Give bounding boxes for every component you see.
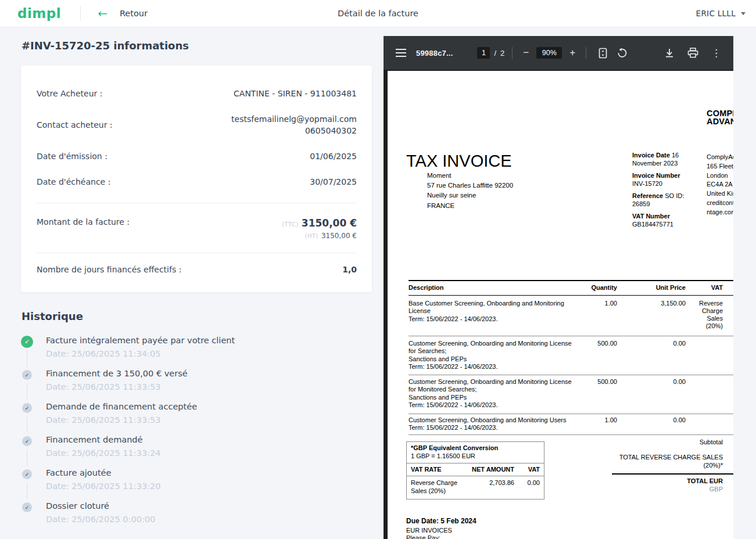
back-arrow-icon: ←: [98, 8, 108, 19]
row-divider: [409, 434, 733, 435]
description-line: Sanctions and PEPs: [409, 394, 600, 401]
history-title: Facture intégralement payée par votre cl…: [46, 335, 372, 346]
history-timeline: ✓ Facture intégralement payée par votre …: [21, 335, 372, 534]
vat-line: Reverse: [697, 300, 723, 307]
meta-value: GB184475771: [632, 221, 673, 228]
history-title: Financement demandé: [46, 434, 372, 445]
footer-line: EUR INVOICES: [406, 527, 476, 534]
vat-line: Sales: [697, 315, 723, 322]
gbp-conversion-box: *GBP Equivalent Conversion 1 GBP = 1.165…: [406, 441, 544, 500]
field-row-buyer: Votre Acheteur : CANTINE - SIREN - 91100…: [37, 88, 357, 99]
more-options-icon[interactable]: ⋮: [711, 47, 721, 59]
check-circle-icon: ✓: [22, 469, 32, 479]
pdf-page: COMPLY ADVANTAGE TAX INVOICE Moment 57 r…: [388, 71, 733, 539]
check-circle-icon: ✓: [21, 336, 33, 348]
column-header-unit-price: Unit Price: [629, 284, 686, 291]
history-date: Date: 25/06/2025 11:33:24: [46, 448, 372, 459]
history-date: Date: 25/06/2025 11:34:05: [46, 348, 372, 360]
pdf-filename: 59988c7...: [416, 49, 453, 58]
zoom-in-button[interactable]: +: [567, 47, 578, 59]
history-date: Date: 25/06/2025 11:33:53: [46, 382, 372, 393]
financed-days-row: Nombre de jours financés effectifs : 1,0: [37, 265, 357, 274]
invoice-meta: Invoice Date 16 November 2023 Invoice Nu…: [632, 152, 689, 233]
table-border: [409, 295, 733, 296]
check-circle-icon: ✓: [22, 370, 32, 380]
zoom-level-input[interactable]: 90%: [536, 47, 562, 59]
subtotal-label: Subtotal: [549, 439, 723, 445]
description-line: Term: 15/06/2022 - 14/06/2023.: [409, 315, 600, 323]
zoom-out-button[interactable]: −: [520, 47, 532, 59]
rotate-icon[interactable]: [617, 48, 628, 59]
row-divider: [409, 336, 733, 336]
conversion-cell: Reverse Charge Sales (20%): [411, 479, 470, 495]
amount-values: (TTC)3150,00 € (HT)3150,00 €: [282, 217, 357, 240]
meta-value: INV-15720: [632, 180, 662, 187]
total-line: TOTAL REVERSE CHARGE SALES: [549, 454, 723, 462]
document-title: TAX INVOICE: [406, 152, 512, 171]
address-line: London: [707, 171, 733, 181]
vat-line: (20%): [697, 322, 723, 330]
top-navbar: dimpl ← Retour Détail de la facture ERIC…: [0, 0, 756, 27]
card-divider: [37, 253, 357, 253]
page-separator: /: [494, 49, 496, 58]
download-icon[interactable]: [664, 48, 675, 58]
total-line: (20%)*: [549, 462, 723, 470]
dimpl-logo: dimpl: [17, 6, 61, 21]
history-title: Financement de 3 150,00 € versé: [46, 368, 372, 379]
vat-line: Charge: [697, 307, 723, 315]
conversion-header: *GBP Equivalent Conversion 1 GBP = 1.165…: [407, 442, 544, 463]
days-value: 1,0: [342, 265, 357, 274]
description-line: for Searches;: [409, 347, 600, 355]
address-line: ntage.con: [707, 208, 733, 217]
print-icon[interactable]: [687, 48, 698, 58]
description-line: Sanctions and PEPs: [409, 355, 600, 363]
history-title: Dossier cloturé: [46, 501, 372, 512]
meta-item: Invoice Number INV-15720: [632, 172, 689, 188]
history-date: Date: 25/06/2025 11:33:53: [46, 415, 372, 426]
description-line: Term: 15/06/2022 - 14/06/2023.: [409, 363, 600, 371]
row-divider: [409, 414, 733, 414]
table-border: [409, 280, 733, 281]
item-quantity: 500.00: [560, 378, 617, 385]
pdf-scroll-area[interactable]: COMPLY ADVANTAGE TAX INVOICE Moment 57 r…: [384, 70, 733, 539]
history-heading: Historique: [22, 310, 372, 322]
fit-page-icon[interactable]: [599, 48, 607, 59]
page-title: Détail de la facture: [338, 9, 418, 18]
menu-icon[interactable]: [396, 49, 406, 57]
contact-email: testsfemailinelg@yopmail.com: [231, 113, 357, 125]
page-number-input[interactable]: 1: [477, 47, 490, 59]
meta-label: Invoice Number: [632, 172, 680, 179]
history-item: ✓ Dossier cloturé Date: 25/06/2025 0:00:…: [21, 501, 372, 534]
meta-item: VAT Number GB184475771: [632, 213, 689, 228]
company-logo: COMPLY ADVANTAGE: [707, 109, 733, 125]
address-line: Nueilly sur seine: [427, 191, 513, 200]
address-line: creditcont: [707, 199, 733, 208]
history-item: ✓ Facture ajoutée Date: 25/06/2025 11:33…: [21, 468, 372, 501]
conversion-col: VAT: [514, 466, 540, 473]
due-date: Due Date: 5 Feb 2024: [406, 518, 476, 525]
reverse-charge-total: TOTAL REVERSE CHARGE SALES (20%)*: [549, 454, 723, 470]
total-eur-label: TOTAL EUR: [549, 477, 723, 484]
address-line: FRANCE: [427, 201, 513, 211]
payment-footer: Due Date: 5 Feb 2024 EUR INVOICES Please…: [406, 518, 476, 539]
user-menu[interactable]: ERIC LLLL: [696, 9, 746, 18]
field-label: Date d'émission :: [37, 152, 108, 161]
item-quantity: 500.00: [560, 340, 617, 347]
conversion-col: VAT RATE: [411, 466, 470, 473]
conversion-data-row: Reverse Charge Sales (20%) 2,703.86 0.00: [407, 476, 544, 499]
field-row-issue-date: Date d'émission : 01/06/2025: [37, 150, 357, 162]
toolbar-separator: [586, 47, 586, 59]
invoice-line-items-table: Description Quantity Unit Price VAT Base…: [409, 280, 733, 437]
page-navigation: 1 / 2: [477, 47, 504, 59]
history-title: Facture ajoutée: [46, 468, 372, 479]
bill-to-address: Moment 57 rue Charles Laffitte 92200 Nue…: [427, 171, 513, 211]
conversion-title: *GBP Equivalent Conversion: [411, 444, 498, 451]
description-line: License: [409, 307, 600, 315]
invoice-info-card: Votre Acheteur : CANTINE - SIREN - 91100…: [21, 66, 372, 292]
meta-item: Reference SO ID: 26859: [632, 192, 689, 208]
ht-tag: (HT): [304, 233, 318, 239]
history-item: ✓ Demande de financement acceptée Date: …: [21, 401, 372, 434]
description-line: Term: 15/06/2022 - 14/06/2023.: [409, 424, 600, 432]
back-button[interactable]: ← Retour: [98, 8, 148, 19]
column-header-vat: VAT: [687, 284, 723, 291]
